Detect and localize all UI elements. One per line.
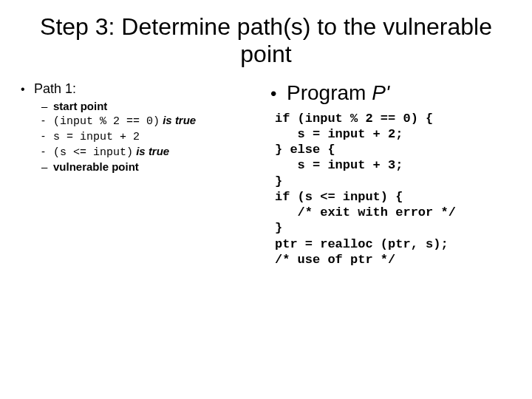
path-item: – start point [41,100,259,112]
path-item-text: vulnerable point [53,160,139,173]
dash-icon: – [41,160,53,173]
program-header-text: Program [287,81,372,104]
program-header-bullet: Program P' [270,81,511,105]
path-item-code: (input % 2 == 0) [53,115,160,128]
dash-icon: - [41,145,53,157]
dash-icon: – [41,100,53,112]
right-column: Program P' if (input % 2 == 0) { s = inp… [266,81,511,268]
path-item: – vulnerable point [41,160,259,173]
path-item-note: is true [160,114,196,126]
path-item-code: s = input + 2 [53,131,140,143]
slide: Step 3: Determine path(s) to the vulnera… [0,13,532,399]
bullet-dot-icon [270,83,287,104]
path-item: - (s <= input) is true [41,145,259,159]
left-column: Path 1: – start point - (input % 2 == 0)… [21,81,266,268]
slide-title: Step 3: Determine path(s) to the vulnera… [30,13,502,68]
path-item-text: start point [53,100,107,112]
program-code-block: if (input % 2 == 0) { s = input + 2; } e… [275,111,511,268]
path-item-code: (s <= input) [53,146,133,159]
path-header-text: Path 1: [34,81,76,97]
dash-icon: - [41,129,53,142]
bullet-dot-icon [21,83,34,96]
path-item: - (input % 2 == 0) is true [41,114,259,128]
path-item-note: is true [133,145,169,157]
dash-icon: - [41,114,53,126]
path-item: - s = input + 2 [41,129,259,143]
program-header-prime: P' [372,81,389,104]
content-columns: Path 1: – start point - (input % 2 == 0)… [0,81,532,268]
path-header-bullet: Path 1: [21,81,259,97]
